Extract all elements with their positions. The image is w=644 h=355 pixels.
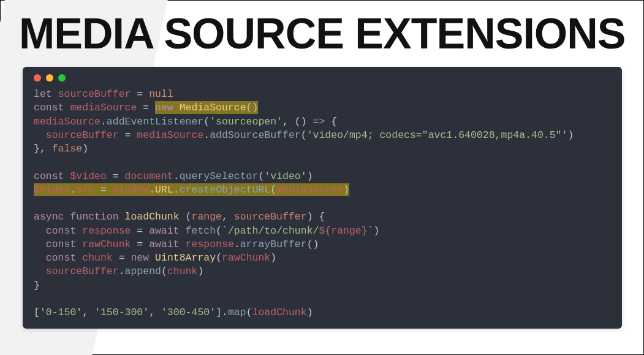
method: addSourceBuffer <box>210 129 301 141</box>
keyword-const: const <box>34 102 64 113</box>
identifier: response <box>82 225 131 237</box>
punctuation: ) <box>307 307 313 318</box>
indent <box>34 265 46 277</box>
identifier: sourceBuffer <box>46 265 119 277</box>
keyword-await: await <box>149 225 180 237</box>
indent <box>34 225 46 237</box>
punctuation: . <box>119 265 125 277</box>
window-controls <box>34 74 611 82</box>
arrow: => <box>313 116 325 128</box>
keyword-let: let <box>34 88 52 100</box>
template-literal: `/path/to/chunk/ <box>222 225 319 237</box>
class-name: MediaSource <box>180 102 246 113</box>
punctuation: . <box>234 239 240 250</box>
string: 'video/mp4; codecs="avc1.640028,mp4a.40.… <box>307 129 568 141</box>
punctuation: ) <box>197 265 203 277</box>
method: append <box>125 265 161 277</box>
code-block: let sourceBuffer = null const mediaSourc… <box>34 88 611 320</box>
keyword-const: const <box>46 239 77 250</box>
string: '0-150' <box>40 307 82 318</box>
punctuation: ]. <box>216 307 228 318</box>
keyword-new: new <box>131 252 149 264</box>
space <box>149 252 155 264</box>
template-expr: } <box>362 225 368 237</box>
identifier: loadChunk <box>252 307 307 318</box>
operator: = <box>119 129 137 141</box>
parameter: range <box>191 211 222 223</box>
highlight-new-mediasource: new MediaSource() <box>155 101 258 114</box>
string: 'sourceopen' <box>210 116 282 128</box>
punctuation: ) <box>567 129 574 141</box>
method: addEventListener <box>107 116 203 128</box>
operator: = <box>137 102 155 113</box>
punctuation: . <box>149 184 155 196</box>
punctuation: } <box>34 280 40 291</box>
method: createObjectURL <box>180 184 271 196</box>
punctuation: , <box>82 307 94 318</box>
punctuation: ) <box>307 170 313 182</box>
identifier: mediaSource <box>70 102 137 113</box>
space <box>180 225 186 237</box>
identifier: $video <box>70 170 106 182</box>
operator: = <box>113 252 131 264</box>
keyword-new: new <box>155 102 173 113</box>
operator: = <box>131 239 149 250</box>
keyword-async: async <box>34 211 64 223</box>
string: '150-300' <box>94 307 149 318</box>
literal-false: false <box>52 143 83 155</box>
punctuation: ( <box>270 184 276 196</box>
operator: = <box>94 184 113 196</box>
slide-title: MEDIA SOURCE EXTENSIONS <box>19 9 643 58</box>
indent <box>34 252 46 264</box>
punctuation: , <box>222 211 234 223</box>
punctuation: ) <box>270 252 276 264</box>
keyword-function: function <box>70 211 118 223</box>
operator: = <box>107 170 125 182</box>
keyword-await: await <box>149 239 180 250</box>
method: arrayBuffer <box>240 239 307 250</box>
string: 'video' <box>264 170 306 182</box>
identifier: range <box>331 225 362 237</box>
keyword-const: const <box>46 225 77 237</box>
template-literal: ` <box>368 225 374 237</box>
identifier: $video <box>34 184 70 196</box>
punctuation: , () <box>282 116 313 128</box>
indent <box>34 129 46 141</box>
punctuation: ) <box>374 225 380 237</box>
keyword-const: const <box>34 170 64 182</box>
identifier: sourceBuffer <box>58 88 131 100</box>
punctuation: , <box>149 307 161 318</box>
punctuation: . <box>173 184 180 196</box>
punctuation: ( <box>301 129 307 141</box>
highlight-createobjecturl: $video.src = window.URL.createObjectURL(… <box>34 183 349 196</box>
indent <box>34 239 46 250</box>
identifier: sourceBuffer <box>46 129 119 141</box>
punctuation: ( <box>203 116 210 128</box>
parameter: sourceBuffer <box>234 211 307 223</box>
punctuation: }, <box>34 143 52 155</box>
minimize-icon <box>46 74 53 82</box>
identifier: window <box>113 184 149 196</box>
method: fetch <box>186 225 216 237</box>
method: querySelector <box>180 170 259 182</box>
operator: = <box>131 88 149 100</box>
slide: MEDIA SOURCE EXTENSIONS let sourceBuffer… <box>0 0 644 355</box>
class-name: Uint8Array <box>155 252 216 264</box>
identifier: mediaSource <box>276 184 343 196</box>
space <box>180 211 186 223</box>
template-expr: ${ <box>319 225 331 237</box>
identifier: response <box>186 239 234 250</box>
string: '300-450' <box>161 307 216 318</box>
punctuation: [ <box>34 307 40 318</box>
identifier: chunk <box>167 265 198 277</box>
identifier: rawChunk <box>222 252 270 264</box>
identifier: document <box>125 170 173 182</box>
literal-null: null <box>149 88 173 100</box>
punctuation: ( <box>246 307 252 318</box>
punctuation: ( <box>258 170 264 182</box>
punctuation: () <box>246 102 259 113</box>
function-name: loadChunk <box>125 211 180 223</box>
code-window: let sourceBuffer = null const mediaSourc… <box>23 67 622 329</box>
punctuation: ) <box>82 143 88 155</box>
punctuation: ( <box>216 225 222 237</box>
